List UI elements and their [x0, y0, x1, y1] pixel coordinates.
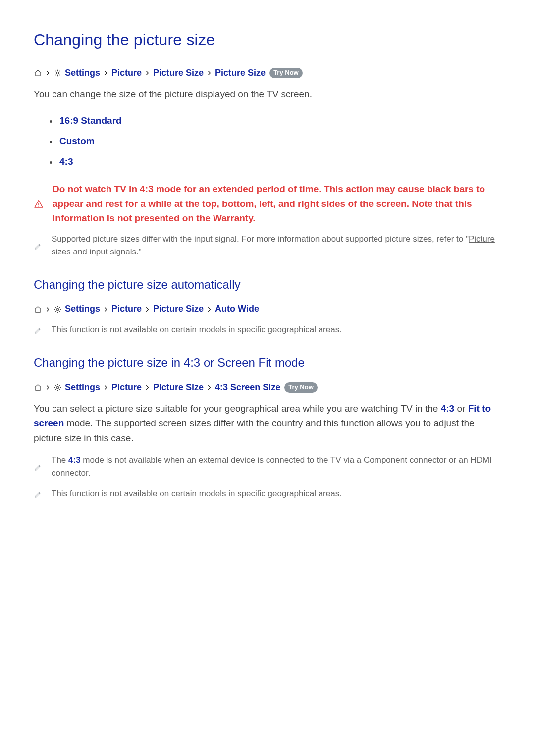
pencil-icon	[34, 324, 43, 336]
heading-43-fit: Changing the picture size in 4:3 or Scre…	[34, 353, 501, 372]
warning-text: Do not watch TV in 4:3 mode for an exten…	[53, 182, 501, 225]
term-4-3: 4:3	[68, 455, 81, 465]
crumb-picture-size-leaf: Picture Size	[215, 66, 266, 80]
crumb-picture-size: Picture Size	[153, 302, 204, 316]
chevron-right-icon	[103, 385, 108, 390]
crumb-settings: Settings	[65, 302, 100, 316]
chevron-right-icon	[207, 70, 212, 76]
warning-callout: Do not watch TV in 4:3 mode for an exten…	[34, 182, 501, 225]
warning-icon	[34, 183, 44, 225]
gear-icon	[54, 69, 62, 77]
chevron-right-icon	[103, 307, 108, 312]
breadcrumb-picture-size: Settings Picture Picture Size Picture Si…	[34, 66, 501, 80]
gear-icon	[54, 383, 62, 392]
note-post: ."	[136, 247, 142, 256]
option-16-9: 16:9 Standard	[57, 110, 501, 131]
crumb-picture-size: Picture Size	[153, 66, 204, 80]
home-icon	[34, 383, 42, 392]
option-4-3: 4:3	[57, 151, 501, 172]
chevron-right-icon	[103, 70, 108, 76]
crumb-settings: Settings	[65, 381, 100, 395]
crumb-picture: Picture	[111, 66, 142, 80]
crumb-43-screen-size: 4:3 Screen Size	[215, 381, 280, 395]
breadcrumb-auto-wide: Settings Picture Picture Size Auto Wide	[34, 302, 501, 316]
note-text: Supported picture sizes differ with the …	[52, 233, 501, 259]
note-text: The 4:3 mode is not available when an ex…	[52, 454, 501, 480]
heading-auto: Changing the picture size automatically	[34, 275, 501, 294]
pencil-icon	[34, 488, 43, 500]
try-now-badge[interactable]: Try Now	[284, 382, 318, 393]
try-now-badge[interactable]: Try Now	[269, 68, 303, 78]
gear-icon	[54, 305, 62, 314]
breadcrumb-43-screen-size: Settings Picture Picture Size 4:3 Screen…	[34, 381, 501, 395]
heading-changing-picture-size: Changing the picture size	[34, 28, 501, 52]
crumb-picture: Picture	[111, 302, 142, 316]
note-43-availability: This function is not available on certai…	[34, 487, 501, 500]
note-auto-availability: This function is not available on certai…	[34, 323, 501, 336]
chevron-right-icon	[207, 385, 212, 390]
crumb-picture-size: Picture Size	[153, 381, 204, 395]
para-post: mode. The supported screen sizes differ …	[34, 418, 475, 443]
note-text: This function is not available on certai…	[52, 323, 501, 336]
crumb-picture: Picture	[111, 381, 142, 395]
paragraph-43-fit: You can select a picture size suitable f…	[34, 402, 501, 445]
para-mid1: or	[454, 403, 468, 414]
chevron-right-icon	[45, 385, 51, 390]
term-4-3: 4:3	[441, 403, 454, 414]
picture-size-options: 16:9 Standard Custom 4:3	[34, 110, 501, 172]
crumb-auto-wide: Auto Wide	[215, 302, 259, 316]
note-text: This function is not available on certai…	[52, 487, 501, 500]
home-icon	[34, 305, 42, 314]
crumb-settings: Settings	[65, 66, 100, 80]
pencil-icon	[34, 234, 43, 259]
chevron-right-icon	[145, 70, 150, 76]
note-43-external: The 4:3 mode is not available when an ex…	[34, 454, 501, 480]
pencil-icon	[34, 455, 43, 480]
chevron-right-icon	[45, 70, 51, 76]
chevron-right-icon	[145, 385, 150, 390]
chevron-right-icon	[145, 307, 150, 312]
intro-paragraph: You can change the size of the picture d…	[34, 87, 501, 101]
option-custom: Custom	[57, 131, 501, 151]
chevron-right-icon	[207, 307, 212, 312]
note-signal: Supported picture sizes differ with the …	[34, 233, 501, 259]
note-post: mode is not available when an external d…	[52, 455, 492, 478]
home-icon	[34, 69, 42, 77]
note-pre: Supported picture sizes differ with the …	[52, 234, 469, 244]
para-pre: You can select a picture size suitable f…	[34, 403, 441, 414]
note-pre: The	[52, 455, 68, 465]
chevron-right-icon	[45, 307, 51, 312]
